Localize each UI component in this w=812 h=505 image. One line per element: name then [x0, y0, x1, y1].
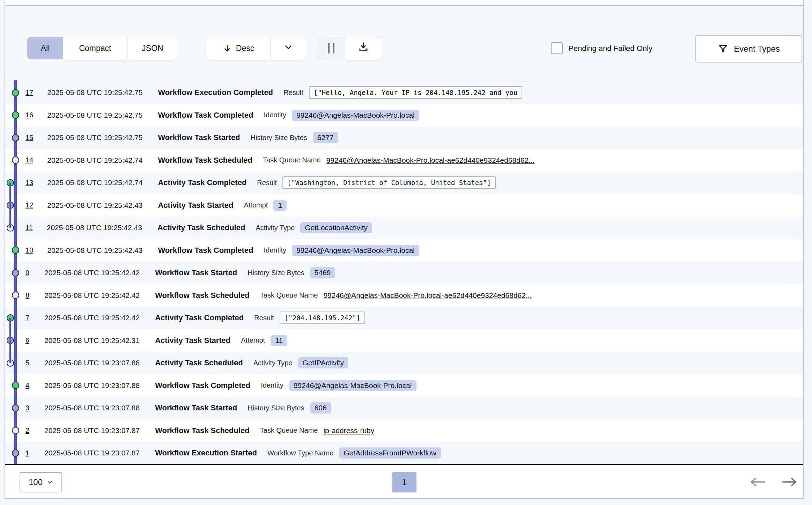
- sort-dropdown-button[interactable]: [271, 37, 306, 59]
- event-id-link[interactable]: 14: [25, 156, 33, 164]
- event-detail-label: Identity: [261, 381, 283, 389]
- event-detail-value: 5469: [310, 267, 335, 278]
- event-name: Workflow Execution Completed: [158, 88, 273, 97]
- event-detail-value: GetAddressFromIPWorkflow: [339, 447, 441, 459]
- event-row[interactable]: 142025-05-08 UTC 19:25:42.74Workflow Tas…: [5, 149, 803, 172]
- event-id-link[interactable]: 7: [25, 314, 30, 322]
- event-id-link[interactable]: 10: [25, 246, 33, 254]
- chevron-down-icon: [283, 42, 293, 54]
- event-dot-gray: [12, 404, 19, 412]
- event-timestamp: 2025-05-08 UTC 19:25:42.74: [47, 156, 142, 164]
- event-name: Workflow Task Scheduled: [155, 426, 250, 435]
- event-history-panel: All Compact JSON Desc: [5, 0, 804, 499]
- event-detail-value[interactable]: 99246@Angelas-MacBook-Pro.local-ae62d440…: [323, 291, 532, 300]
- event-types-button[interactable]: Event Types: [695, 35, 802, 63]
- pending-failed-checkbox[interactable]: [551, 42, 563, 54]
- view-mode-group: All Compact JSON: [27, 37, 178, 59]
- event-row[interactable]: 132025-05-08 UTC 19:25:42.74Activity Tas…: [5, 171, 803, 194]
- event-name: Activity Task Completed: [155, 313, 244, 322]
- event-row[interactable]: 32025-05-08 UTC 19:23:07.88Workflow Task…: [5, 397, 803, 419]
- event-detail-label: History Size Bytes: [248, 404, 304, 412]
- page-size-select[interactable]: 100: [20, 472, 62, 492]
- event-detail-value[interactable]: 99246@Angelas-MacBook-Pro.local-ae62d440…: [326, 156, 535, 164]
- event-detail-value[interactable]: ip-address-ruby: [323, 426, 374, 435]
- event-row[interactable]: 52025-05-08 UTC 19:23:07.88Activity Task…: [5, 352, 803, 374]
- event-id-link[interactable]: 2: [25, 426, 30, 434]
- event-history-toolbar: All Compact JSON Desc: [5, 6, 803, 81]
- event-timestamp: 2025-05-08 UTC 19:23:07.88: [44, 404, 140, 412]
- event-id-link[interactable]: 3: [25, 404, 30, 412]
- event-row[interactable]: 162025-05-08 UTC 19:25:42.75Workflow Tas…: [5, 104, 803, 127]
- event-row[interactable]: 22025-05-08 UTC 19:23:07.87Workflow Task…: [5, 419, 803, 442]
- filter-icon: [718, 44, 728, 54]
- view-mode-json[interactable]: JSON: [127, 37, 178, 59]
- event-detail-label: Activity Type: [253, 359, 293, 367]
- current-page-indicator: 1: [392, 472, 416, 492]
- event-id-link[interactable]: 17: [25, 89, 33, 97]
- arrow-right-icon: [780, 475, 798, 489]
- event-dot-gray: [12, 269, 19, 277]
- event-id-link[interactable]: 5: [25, 359, 30, 367]
- pagination-footer: 100 1: [5, 465, 803, 499]
- event-id-link[interactable]: 13: [25, 179, 33, 187]
- event-id-link[interactable]: 8: [25, 291, 30, 299]
- download-button[interactable]: [346, 37, 381, 59]
- event-timestamp: 2025-05-08 UTC 19:25:42.75: [47, 111, 142, 119]
- event-name: Activity Task Scheduled: [155, 358, 243, 367]
- event-detail-label: Identity: [264, 111, 286, 119]
- event-name: Workflow Task Completed: [155, 381, 250, 390]
- event-row[interactable]: 12025-05-08 UTC 19:23:07.87Workflow Exec…: [5, 442, 803, 464]
- view-mode-all[interactable]: All: [28, 37, 63, 59]
- view-mode-compact[interactable]: Compact: [63, 37, 127, 59]
- sort-order-group: Desc: [206, 37, 306, 59]
- event-timestamp: 2025-05-08 UTC 19:25:42.31: [44, 336, 140, 345]
- next-page-button[interactable]: [780, 473, 799, 491]
- event-row[interactable]: 82025-05-08 UTC 19:25:42.42Workflow Task…: [5, 284, 803, 307]
- sort-desc-button[interactable]: Desc: [206, 37, 271, 59]
- event-dot-white: [12, 292, 19, 299]
- event-detail-value: 1: [273, 200, 287, 211]
- event-row[interactable]: 92025-05-08 UTC 19:25:42.42Workflow Task…: [5, 262, 803, 284]
- event-row[interactable]: 62025-05-08 UTC 19:25:42.31Activity Task…: [5, 329, 803, 352]
- pause-icon: [328, 43, 334, 53]
- page-size-value: 100: [29, 477, 43, 487]
- event-name: Workflow Task Completed: [158, 111, 253, 120]
- event-timestamp: 2025-05-08 UTC 19:25:42.74: [47, 178, 142, 187]
- event-name: Workflow Task Started: [155, 268, 237, 277]
- event-row[interactable]: 122025-05-08 UTC 19:25:42.43Activity Tas…: [5, 194, 803, 217]
- event-name: Workflow Execution Started: [155, 448, 257, 458]
- event-row[interactable]: 102025-05-08 UTC 19:25:42.43Workflow Tas…: [5, 239, 803, 262]
- event-timestamp: 2025-05-08 UTC 19:25:42.42: [44, 291, 140, 300]
- event-row[interactable]: 152025-05-08 UTC 19:25:42.75Workflow Tas…: [5, 126, 803, 149]
- event-id-link[interactable]: 9: [25, 269, 30, 277]
- event-id-link[interactable]: 6: [25, 336, 30, 344]
- event-timestamp: 2025-05-08 UTC 19:23:07.88: [44, 381, 140, 390]
- event-dot-green: [12, 247, 19, 254]
- event-detail-label: Result: [283, 89, 303, 97]
- event-id-link[interactable]: 4: [25, 381, 30, 389]
- event-row[interactable]: 112025-05-08 UTC 19:25:42.43Activity Tas…: [5, 217, 803, 239]
- event-detail-value: 11: [271, 335, 287, 346]
- event-row[interactable]: 42025-05-08 UTC 19:23:07.88Workflow Task…: [5, 374, 803, 397]
- prev-page-button[interactable]: [748, 473, 768, 491]
- event-detail-label: History Size Bytes: [248, 269, 304, 277]
- event-timestamp: 2025-05-08 UTC 19:25:42.43: [47, 224, 142, 232]
- pause-button[interactable]: [316, 37, 346, 59]
- event-timestamp: 2025-05-08 UTC 19:25:42.75: [47, 88, 142, 97]
- event-dot-green: [12, 89, 19, 96]
- event-dot-white: [12, 156, 19, 164]
- event-row[interactable]: 172025-05-08 UTC 19:25:42.75Workflow Exe…: [5, 81, 803, 104]
- event-id-link[interactable]: 1: [25, 449, 30, 457]
- event-detail-label: Result: [254, 314, 274, 322]
- event-detail-value: 99246@Angelas-MacBook-Pro.local: [292, 110, 419, 121]
- history-actions-group: [316, 37, 381, 59]
- event-id-link[interactable]: 11: [25, 224, 33, 232]
- event-detail-value: ["Hello, Angela. Your IP is 204.148.195.…: [309, 86, 522, 99]
- event-detail-label: Attempt: [241, 336, 265, 344]
- event-id-link[interactable]: 15: [25, 134, 33, 142]
- event-row[interactable]: 72025-05-08 UTC 19:25:42.42Activity Task…: [5, 307, 803, 329]
- event-id-link[interactable]: 12: [25, 201, 33, 209]
- arrow-left-icon: [749, 475, 767, 489]
- event-id-link[interactable]: 16: [25, 111, 33, 119]
- event-dot-green: [12, 111, 19, 119]
